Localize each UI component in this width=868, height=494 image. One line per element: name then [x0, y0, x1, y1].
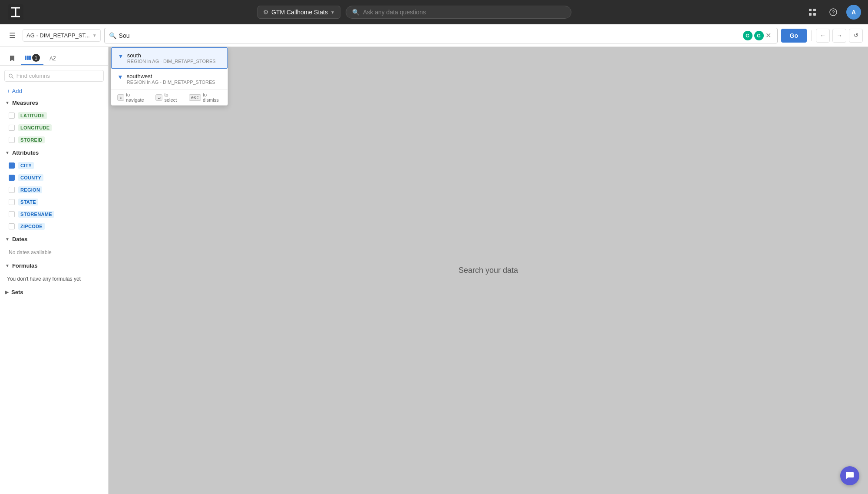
help-button[interactable]: ?: [825, 4, 841, 20]
footer-dismiss: esc to dismiss: [189, 92, 221, 103]
checkbox-storename[interactable]: [9, 211, 15, 217]
topbar-right: ? A: [805, 4, 861, 20]
dataset-selector[interactable]: ⚙ GTM Callhome Stats ▼: [257, 6, 340, 19]
chevron-measures: ▼: [5, 100, 10, 105]
go-button[interactable]: Go: [781, 29, 807, 43]
svg-rect-10: [25, 56, 26, 60]
kbd-select: ↵: [155, 94, 162, 101]
section-attributes-label: Attributes: [12, 149, 39, 156]
forward-button[interactable]: →: [832, 29, 846, 43]
column-region[interactable]: REGION: [0, 184, 108, 196]
column-county[interactable]: COUNTY: [0, 172, 108, 184]
tag-county: COUNTY: [18, 174, 43, 181]
tab-bookmark[interactable]: [5, 52, 19, 64]
section-attributes[interactable]: ▼ Attributes: [0, 146, 108, 159]
tag-city: CITY: [18, 162, 34, 169]
svg-rect-7: [813, 13, 816, 16]
topbar-center: ⚙ GTM Callhome Stats ▼ 🔍: [31, 6, 798, 19]
svg-line-15: [12, 76, 13, 78]
section-dates-label: Dates: [12, 236, 27, 242]
column-storeid[interactable]: STOREID: [0, 134, 108, 146]
section-formulas-label: Formulas: [12, 262, 38, 269]
tab-columns[interactable]: 1: [21, 51, 43, 65]
section-measures[interactable]: ▼ Measures: [0, 96, 108, 109]
dropdown-footer: ↕ to navigate ↵ to select esc to dismiss: [111, 89, 228, 105]
toolbar-dataset-selector[interactable]: AG - DIM_RETAPP_ST... ▼: [23, 29, 101, 42]
global-search-input[interactable]: [363, 9, 565, 16]
no-dates-message: No dates available: [0, 246, 108, 259]
filter-icon-2: ▼: [117, 73, 123, 80]
checkbox-city[interactable]: [9, 162, 15, 169]
chat-bubble[interactable]: [840, 466, 859, 485]
checkbox-storeid[interactable]: [9, 137, 15, 143]
grammarly-icon-1: G: [743, 31, 752, 40]
back-button[interactable]: ←: [816, 29, 830, 43]
dataset-label: GTM Callhome Stats: [271, 9, 328, 16]
sidebar-toggle-button[interactable]: ☰: [5, 29, 19, 43]
checkbox-zipcode[interactable]: [9, 223, 15, 229]
global-search[interactable]: 🔍: [346, 6, 571, 19]
sidebar-search: [4, 70, 104, 82]
column-zipcode[interactable]: ZIPCODE: [0, 220, 108, 232]
tag-longitude: LONGITUDE: [18, 124, 52, 131]
tag-state: STATE: [18, 199, 38, 206]
footer-navigate-label: to navigate: [126, 92, 147, 103]
checkbox-state[interactable]: [9, 199, 15, 205]
clear-button[interactable]: ✕: [764, 30, 773, 41]
content-area: Search your data: [109, 47, 868, 494]
tag-latitude: LATITUDE: [18, 112, 47, 119]
column-latitude[interactable]: LATITUDE: [0, 109, 108, 122]
refresh-button[interactable]: ↺: [849, 29, 863, 43]
dropdown-item-southwest[interactable]: ▼ southwest REGION in AG - DIM_RETAPP_ST…: [111, 69, 228, 89]
no-formulas-message: You don't have any formulas yet: [0, 272, 108, 285]
checkbox-region[interactable]: [9, 187, 15, 193]
sidebar-tabs: 1 AZ: [0, 47, 108, 66]
column-city[interactable]: CITY: [0, 159, 108, 172]
tag-region: REGION: [18, 186, 42, 193]
avatar[interactable]: A: [846, 5, 861, 20]
svg-text:?: ?: [832, 10, 835, 16]
section-measures-label: Measures: [12, 99, 38, 106]
kbd-dismiss: esc: [189, 94, 201, 101]
search-bar-icon: 🔍: [109, 32, 116, 39]
svg-rect-5: [813, 9, 816, 11]
section-formulas[interactable]: ▼ Formulas: [0, 259, 108, 272]
main-layout: 1 AZ + Add ▼ Measures LATITUDE LONGITUDE: [0, 47, 868, 494]
toolbar-dataset-name: AG - DIM_RETAPP_ST...: [26, 32, 90, 39]
section-dates[interactable]: ▼ Dates: [0, 232, 108, 246]
footer-navigate: ↕ to navigate: [117, 92, 147, 103]
search-bar-wrapper: 🔍 G G ✕: [104, 28, 778, 43]
apps-button[interactable]: [805, 4, 820, 20]
svg-rect-11: [27, 56, 29, 60]
location-icon: ⚙: [263, 9, 269, 16]
grammarly-icon-2: G: [754, 31, 764, 40]
filter-icon: ▼: [118, 53, 124, 60]
checkbox-latitude[interactable]: [9, 113, 15, 119]
sidebar-search-input[interactable]: [17, 73, 100, 79]
avatar-initials: A: [851, 9, 856, 16]
tag-storename: STORENAME: [18, 211, 54, 218]
tab-sort[interactable]: AZ: [45, 52, 59, 64]
svg-rect-6: [809, 13, 812, 16]
chevron-sets: ▶: [5, 290, 9, 295]
footer-select: ↵ to select: [155, 92, 180, 103]
logo[interactable]: [7, 3, 24, 21]
search-input[interactable]: [119, 32, 743, 39]
column-storename[interactable]: STORENAME: [0, 208, 108, 220]
search-icon: 🔍: [352, 9, 360, 16]
svg-text:AZ: AZ: [50, 56, 56, 62]
chevron-attributes: ▼: [5, 150, 10, 155]
kbd-navigate: ↕: [117, 94, 124, 101]
add-label: Add: [12, 88, 22, 94]
checkbox-county[interactable]: [9, 175, 15, 181]
column-state[interactable]: STATE: [0, 196, 108, 208]
add-button[interactable]: + Add: [3, 86, 108, 96]
checkbox-longitude[interactable]: [9, 125, 15, 131]
search-dropdown: ▼ south REGION in AG - DIM_RETAPP_STORES…: [111, 47, 228, 106]
dropdown-item-southwest-text: southwest REGION in AG - DIM_RETAPP_STOR…: [127, 73, 215, 85]
item-name-south: south: [127, 52, 216, 59]
column-longitude[interactable]: LONGITUDE: [0, 122, 108, 134]
tag-storeid: STOREID: [18, 136, 45, 143]
section-sets[interactable]: ▶ Sets: [0, 285, 108, 299]
dropdown-item-south[interactable]: ▼ south REGION in AG - DIM_RETAPP_STORES: [111, 47, 228, 69]
